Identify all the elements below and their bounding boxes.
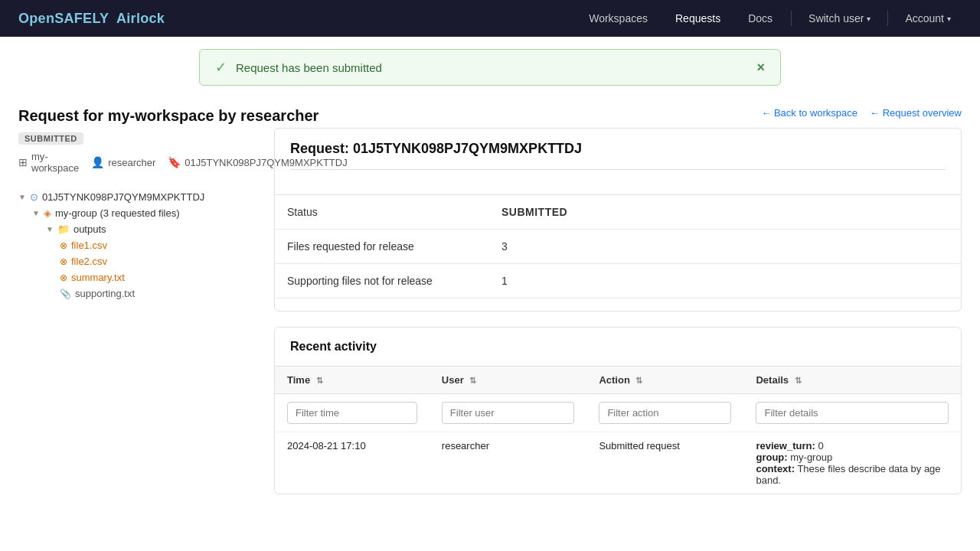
filter-user-cell: [430, 394, 587, 432]
activity-action-0: Submitted request: [586, 432, 743, 494]
account-label: Account: [905, 12, 944, 24]
activity-header-row: Time ⇅ User ⇅ Action ⇅: [275, 367, 961, 394]
sort-time-icon[interactable]: ⇅: [316, 376, 323, 385]
file-tree: ▼ ⊙ 01J5TYNK098PJ7QYM9MXPKTTDJ ▼ ◈ my-gr…: [18, 189, 256, 302]
detail-line-2: group: my-group: [756, 452, 949, 463]
tree-file-name-3: supporting.txt: [75, 288, 135, 299]
activity-details-0: review_turn: 0 group: my-group context: …: [743, 432, 961, 494]
nav-docs[interactable]: Docs: [736, 8, 785, 29]
activity-user-0: researcher: [430, 432, 587, 494]
detail-key2: group:: [756, 452, 787, 463]
account-chevron-icon: ▾: [947, 15, 951, 23]
detail-line-1: review_turn: 0: [756, 440, 949, 452]
status-value: SUBMITTED: [489, 195, 961, 230]
sort-user-icon[interactable]: ⇅: [469, 376, 476, 385]
filter-row: [275, 394, 961, 432]
col-action: Action ⇅: [586, 367, 743, 394]
col-details-label: Details: [756, 374, 789, 386]
notification-close-button[interactable]: ×: [756, 60, 765, 76]
tree-files: ⊗ file1.csv ⊗ file2.csv ⊗ summary.txt: [46, 237, 256, 302]
back-to-workspace-link[interactable]: ← Back to workspace: [761, 107, 858, 119]
tree-root-children: ▼ ◈ my-group (3 requested files) ▼ 📁 out…: [18, 205, 256, 302]
tree-file-2[interactable]: ⊗ summary.txt: [60, 269, 256, 285]
detail-val2: my-group: [790, 452, 832, 463]
col-time-label: Time: [287, 374, 310, 386]
tree-file-name-1: file2.csv: [71, 256, 107, 267]
nav-divider1: [791, 11, 792, 26]
sidebar: Request for my-workspace by researcher S…: [18, 107, 256, 551]
brand-part1: OpenSAFELY: [18, 11, 109, 26]
tree-root[interactable]: ▼ ⊙ 01J5TYNK098PJ7QYM9MXPKTTDJ: [18, 189, 256, 205]
status-badge: SUBMITTED: [18, 132, 83, 145]
notification-message: Request has been submitted: [236, 61, 747, 74]
tree-group[interactable]: ▼ ◈ my-group (3 requested files): [32, 205, 256, 221]
file-icon-1: ⊗: [60, 256, 67, 267]
request-detail-title: Request: 01J5TYNK098PJ7QYM9MXPKTTDJ: [290, 141, 946, 170]
activity-section-title: Recent activity: [275, 328, 961, 367]
page-container: ✓ Request has been submitted × Request f…: [0, 37, 980, 551]
file-icon-2: ⊗: [60, 272, 67, 283]
switch-user-button[interactable]: Switch user ▾: [798, 8, 881, 29]
status-label: Status: [275, 195, 489, 230]
success-icon: ✓: [215, 59, 227, 76]
col-user: User ⇅: [430, 367, 587, 394]
col-time: Time ⇅: [275, 367, 430, 394]
tree-folder[interactable]: ▼ 📁 outputs: [46, 221, 256, 237]
tree-file-name-2: summary.txt: [71, 272, 125, 283]
info-row-files: Files requested for release 3: [275, 230, 961, 264]
tree-folder-caret-icon: ▼: [46, 225, 54, 233]
tree-folder-label: outputs: [74, 223, 106, 235]
activity-card: Recent activity Time ⇅ User ⇅: [274, 327, 962, 494]
detail-val1: 0: [818, 440, 823, 452]
switch-user-chevron-icon: ▾: [867, 15, 871, 23]
account-button[interactable]: Account ▾: [894, 8, 962, 29]
col-details: Details ⇅: [743, 367, 961, 394]
supporting-label: Supporting files not for release: [275, 264, 489, 298]
request-overview-link[interactable]: ← Request overview: [870, 107, 962, 119]
tree-file-name-0: file1.csv: [71, 240, 107, 251]
brand-logo[interactable]: OpenSAFELY Airlock: [18, 11, 165, 27]
col-action-label: Action: [599, 374, 629, 386]
filter-time-input[interactable]: [287, 402, 417, 424]
main-panel: ← Back to workspace ← Request overview R…: [256, 107, 962, 551]
header-links: ← Back to workspace ← Request overview: [274, 107, 962, 119]
filter-time-cell: [275, 394, 430, 432]
detail-key3: context:: [756, 463, 795, 474]
tree-root-caret-icon: ▼: [18, 193, 26, 201]
tree-group-label: my-group (3 requested files): [55, 207, 180, 219]
filter-user-input[interactable]: [442, 402, 575, 424]
file-icon-3: 📎: [60, 289, 71, 299]
researcher-label: researcher: [108, 157, 155, 168]
activity-table: Time ⇅ User ⇅ Action ⇅: [275, 367, 961, 494]
activity-row-0: 2024-08-21 17:10 researcher Submitted re…: [275, 432, 961, 494]
tree-group-children: ▼ 📁 outputs ⊗ file1.csv ⊗ file2.csv: [32, 221, 256, 302]
detail-key1: review_turn:: [756, 440, 815, 452]
nav-links: Workspaces Requests Docs Switch user ▾ A…: [577, 8, 962, 29]
filter-action-input[interactable]: [599, 402, 731, 424]
file-icon-0: ⊗: [60, 240, 67, 251]
notification-banner: ✓ Request has been submitted ×: [199, 49, 781, 86]
files-value: 3: [489, 230, 961, 264]
notification-area: ✓ Request has been submitted ×: [0, 37, 980, 92]
detail-line-3: context: These files describe data by ag…: [756, 463, 949, 486]
folder-icon: 📁: [57, 223, 70, 235]
tree-group-icon: ◈: [44, 207, 51, 219]
nav-requests[interactable]: Requests: [663, 8, 733, 29]
tree-file-1[interactable]: ⊗ file2.csv: [60, 253, 256, 269]
request-info-card: Request: 01J5TYNK098PJ7QYM9MXPKTTDJ Stat…: [274, 128, 962, 311]
info-row-supporting: Supporting files not for release 1: [275, 264, 961, 298]
activity-time-0: 2024-08-21 17:10: [275, 432, 430, 494]
sort-action-icon[interactable]: ⇅: [635, 376, 642, 385]
info-row-status: Status SUBMITTED: [275, 195, 961, 230]
page-header-row: Request for my-workspace by researcher S…: [18, 107, 256, 174]
top-navigation: OpenSAFELY Airlock Workspaces Requests D…: [0, 0, 980, 37]
nav-workspaces[interactable]: Workspaces: [577, 8, 660, 29]
tree-file-3[interactable]: 📎 supporting.txt: [60, 285, 256, 302]
tree-file-0[interactable]: ⊗ file1.csv: [60, 237, 256, 253]
sort-details-icon[interactable]: ⇅: [795, 376, 802, 385]
tree-root-icon: ⊙: [30, 191, 38, 203]
filter-details-input[interactable]: [756, 402, 949, 424]
content-area: Request for my-workspace by researcher S…: [0, 92, 980, 551]
brand-part2: Airlock: [116, 11, 165, 26]
tree-root-label: 01J5TYNK098PJ7QYM9MXPKTTDJ: [42, 191, 204, 203]
